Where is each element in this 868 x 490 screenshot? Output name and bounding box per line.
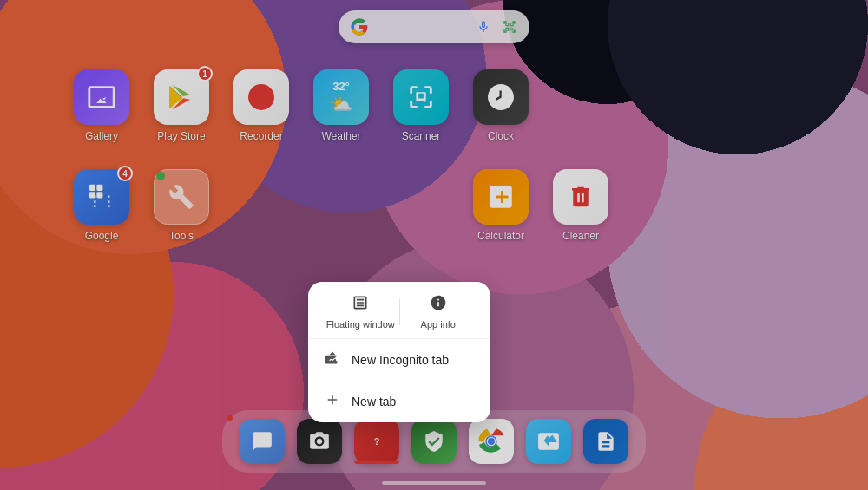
floating-window-label: Floating window bbox=[326, 319, 395, 330]
context-menu-header: Floating window App info bbox=[308, 282, 490, 339]
new-incognito-tab-label: New Incognito tab bbox=[352, 353, 449, 367]
floating-window-button[interactable]: Floating window bbox=[322, 294, 399, 330]
app-info-button[interactable]: App info bbox=[400, 294, 477, 330]
new-tab-icon bbox=[324, 392, 341, 411]
new-incognito-tab-button[interactable]: New Incognito tab bbox=[308, 339, 490, 381]
new-tab-button[interactable]: New tab bbox=[308, 381, 490, 422]
context-menu-popup: Floating window App info New Incognito t… bbox=[308, 282, 490, 422]
incognito-icon bbox=[324, 350, 341, 369]
app-info-label: App info bbox=[421, 319, 456, 330]
new-tab-label: New tab bbox=[352, 395, 396, 408]
app-info-icon bbox=[430, 294, 447, 316]
floating-window-icon bbox=[352, 294, 369, 316]
